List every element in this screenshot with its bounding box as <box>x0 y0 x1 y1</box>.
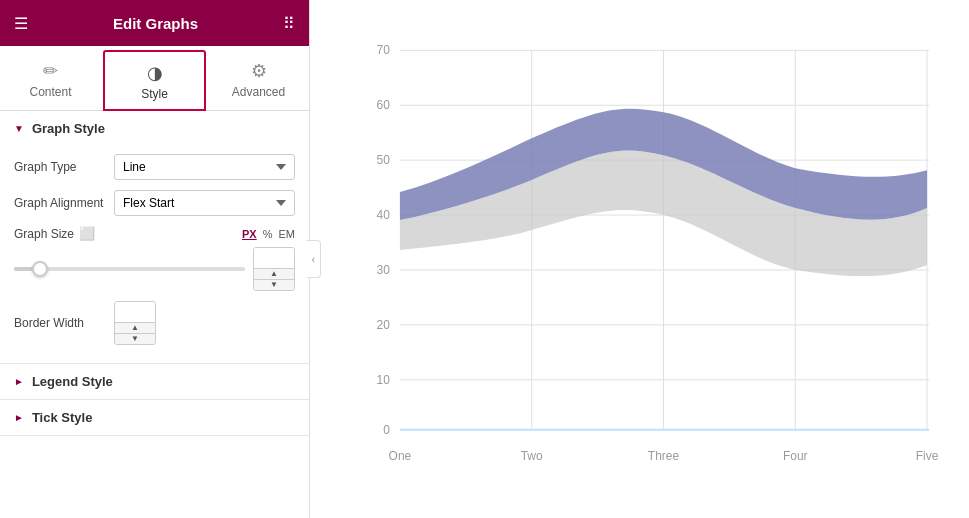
graph-type-select[interactable]: Line Bar Area Scatter <box>114 154 295 180</box>
svg-text:One: One <box>389 449 412 463</box>
tab-content[interactable]: ✏ Content <box>0 46 101 110</box>
tick-style-label: Tick Style <box>32 410 92 425</box>
collapse-button[interactable]: ‹ <box>307 240 321 278</box>
spinner-up[interactable]: ▲ <box>254 268 294 279</box>
tick-style-section: Tick Style <box>0 400 309 436</box>
svg-text:Two: Two <box>521 449 543 463</box>
svg-text:10: 10 <box>377 373 391 387</box>
border-width-input[interactable] <box>115 302 155 322</box>
graph-alignment-select[interactable]: Flex Start Flex End Center <box>114 190 295 216</box>
monitor-icon: ⬜ <box>79 226 95 241</box>
border-spinner-down[interactable]: ▼ <box>115 333 155 344</box>
border-width-row: Border Width ▲ ▼ <box>14 301 295 345</box>
legend-style-header[interactable]: Legend Style <box>0 364 309 399</box>
unit-px[interactable]: PX <box>242 228 257 240</box>
border-width-label: Border Width <box>14 316 114 330</box>
tab-style[interactable]: ◑ Style <box>103 50 206 111</box>
border-spinner-up[interactable]: ▲ <box>115 322 155 333</box>
svg-text:Four: Four <box>783 449 808 463</box>
spinner-buttons: ▲ ▼ <box>254 268 294 290</box>
graph-size-input-wrapper: ▲ ▼ <box>253 247 295 291</box>
svg-text:30: 30 <box>377 263 391 277</box>
grid-icon[interactable]: ⠿ <box>283 14 295 33</box>
legend-style-label: Legend Style <box>32 374 113 389</box>
graph-style-form: Graph Type Line Bar Area Scatter Graph A… <box>0 146 309 363</box>
main-content: 70 60 50 40 30 20 10 0 One Two Three Fou… <box>310 0 969 518</box>
svg-text:Three: Three <box>648 449 680 463</box>
chart-wrapper: 70 60 50 40 30 20 10 0 One Two Three Fou… <box>350 20 949 480</box>
hamburger-icon[interactable]: ☰ <box>14 14 28 33</box>
tabs-container: ✏ Content ◑ Style ⚙ Advanced <box>0 46 309 111</box>
graph-alignment-label: Graph Alignment <box>14 196 114 210</box>
halfcircle-icon: ◑ <box>147 62 163 84</box>
graph-style-arrow <box>14 123 24 134</box>
border-width-input-wrapper: ▲ ▼ <box>114 301 156 345</box>
sidebar: ☰ Edit Graphs ⠿ ✏ Content ◑ Style ⚙ Adva… <box>0 0 310 518</box>
unit-percent[interactable]: % <box>263 228 273 240</box>
tick-style-arrow <box>14 412 24 423</box>
tab-content-label: Content <box>29 85 71 99</box>
graph-style-label: Graph Style <box>32 121 105 136</box>
graph-size-row: Graph Size ⬜ PX % EM <box>14 226 295 241</box>
border-spinner-buttons: ▲ ▼ <box>115 322 155 344</box>
svg-text:0: 0 <box>383 423 390 437</box>
svg-text:20: 20 <box>377 318 391 332</box>
graph-size-slider[interactable] <box>14 267 245 271</box>
spinner-down[interactable]: ▼ <box>254 279 294 290</box>
graph-size-slider-row: ▲ ▼ <box>14 247 295 291</box>
unit-em[interactable]: EM <box>279 228 296 240</box>
sidebar-title: Edit Graphs <box>113 15 198 32</box>
svg-text:Five: Five <box>916 449 939 463</box>
tab-style-label: Style <box>141 87 168 101</box>
graph-size-input[interactable] <box>254 248 294 268</box>
tick-style-header[interactable]: Tick Style <box>0 400 309 435</box>
gear-icon: ⚙ <box>251 60 267 82</box>
graph-alignment-control: Flex Start Flex End Center <box>114 190 295 216</box>
tab-advanced-label: Advanced <box>232 85 285 99</box>
svg-text:40: 40 <box>377 208 391 222</box>
sidebar-header: ☰ Edit Graphs ⠿ <box>0 0 309 46</box>
graph-alignment-row: Graph Alignment Flex Start Flex End Cent… <box>14 190 295 216</box>
svg-text:60: 60 <box>377 98 391 112</box>
graph-type-row: Graph Type Line Bar Area Scatter <box>14 154 295 180</box>
graph-size-label: Graph Size ⬜ <box>14 226 114 241</box>
pencil-icon: ✏ <box>43 60 58 82</box>
slider-thumb[interactable] <box>32 261 48 277</box>
graph-type-control: Line Bar Area Scatter <box>114 154 295 180</box>
legend-style-arrow <box>14 376 24 387</box>
svg-text:70: 70 <box>377 43 391 57</box>
graph-style-section: Graph Style Graph Type Line Bar Area Sca… <box>0 111 309 364</box>
graph-type-label: Graph Type <box>14 160 114 174</box>
tab-advanced[interactable]: ⚙ Advanced <box>208 46 309 110</box>
size-units: PX % EM <box>242 228 295 240</box>
svg-text:50: 50 <box>377 153 391 167</box>
graph-style-header[interactable]: Graph Style <box>0 111 309 146</box>
chart-svg: 70 60 50 40 30 20 10 0 One Two Three Fou… <box>350 20 949 480</box>
legend-style-section: Legend Style <box>0 364 309 400</box>
sidebar-content: Graph Style Graph Type Line Bar Area Sca… <box>0 111 309 518</box>
